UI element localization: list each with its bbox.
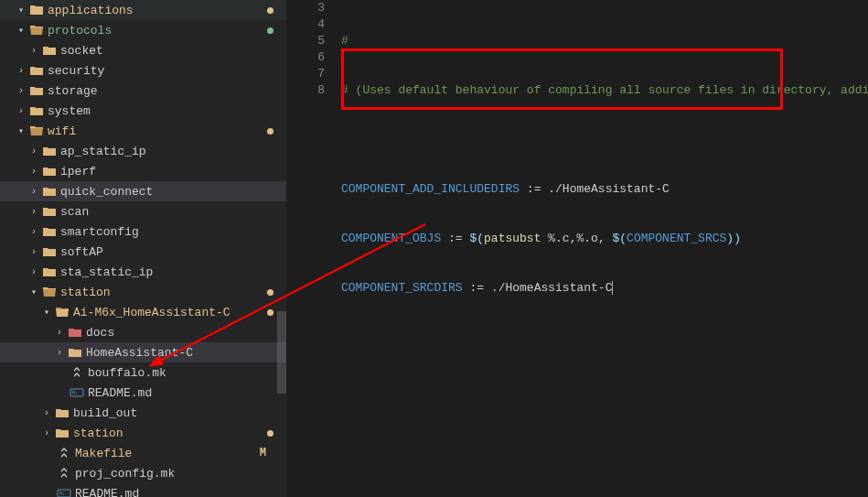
git-modified-dot [267,430,273,437]
code-text: := [441,232,469,245]
chevron-right-icon: › [15,106,27,116]
chevron-right-icon: › [27,207,40,217]
folder-ai-m6x[interactable]: ▾ Ai-M6x_HomeAssistant-C [0,302,286,322]
svg-text:M↓: M↓ [59,492,65,497]
folder-icon [55,426,70,440]
folder-protocols[interactable]: ▾ protocols [0,20,286,40]
file-bouffalo-mk[interactable]: bouffalo.mk [0,362,286,383]
chevron-right-icon: › [15,86,27,96]
git-modified-dot [267,309,273,316]
folder-docs[interactable]: › docs [0,322,286,342]
makefile-icon [57,466,71,481]
code-text: := ./HomeAssistant-C [463,281,613,295]
code-comment: # [341,34,348,48]
folder-label: softAP [60,245,103,259]
folder-quick-connect[interactable]: › quick_connect [0,181,286,201]
chevron-right-icon: › [27,187,40,197]
line-number: 4 [286,16,325,33]
folder-icon [42,224,57,239]
folder-label: storage [48,84,98,98]
code-text: ) [726,232,734,245]
folder-label: station [60,286,111,299]
chevron-right-icon: › [27,227,40,237]
folder-scan[interactable]: › scan [0,201,286,221]
folder-applications[interactable]: ▾ applications [0,0,286,20]
folder-label: scan [60,205,89,219]
folder-wifi[interactable]: ▾ wifi [0,121,286,141]
folder-softap[interactable]: › softAP [0,242,286,262]
markdown-icon: M↓ [70,385,84,400]
folder-socket[interactable]: › socket [0,40,286,60]
folder-label: build_out [73,406,137,420]
line-number: 8 [286,82,325,99]
code-func: $( [612,232,627,245]
chevron-down-icon: ▾ [27,286,40,297]
line-number: 7 [286,66,325,82]
file-readme-md[interactable]: M↓ README.md [0,383,286,403]
folder-icon [42,244,57,259]
file-explorer[interactable]: ▾ applications ▾ protocols › socket › se… [0,0,286,497]
folder-station-2[interactable]: › station [0,423,286,443]
chevron-right-icon: › [27,247,40,257]
folder-label: system [48,104,91,118]
svg-text:M↓: M↓ [72,391,78,396]
folder-icon [29,63,44,78]
file-label: README.md [75,487,139,498]
folder-icon [42,265,57,279]
chevron-right-icon: › [27,167,40,177]
git-modified-badge: M [260,447,266,459]
file-proj-config-mk[interactable]: proj_config.mk [0,463,286,483]
code-text: ) [734,232,741,245]
folder-label: security [48,64,104,78]
folder-label: quick_connect [60,185,153,199]
folder-icon [42,184,57,199]
code-func: patsubst [484,232,541,245]
code-editor[interactable]: 3 4 5 6 7 8 # # (Uses default behaviour … [286,0,868,497]
folder-build-out[interactable]: › build_out [0,403,286,423]
text-cursor [612,281,613,295]
file-label: README.md [88,386,152,400]
folder-iperf[interactable]: › iperf [0,161,286,181]
folder-ap-static-ip[interactable]: › ap_static_ip [0,141,286,161]
chevron-down-icon: ▾ [40,307,53,318]
chevron-right-icon: › [27,146,40,157]
code-var: COMPONENT_SRCS [627,232,726,245]
folder-label: wifi [48,124,76,138]
folder-label: station [73,427,123,440]
docs-folder-icon [68,325,82,340]
markdown-icon: M↓ [57,486,71,497]
folder-homeassistant-c[interactable]: › HomeAssistant-C [0,342,286,362]
git-modified-dot [267,128,273,135]
line-number: 3 [286,0,325,16]
file-makefile[interactable]: Makefile M [0,443,286,463]
folder-label: protocols [48,24,112,38]
chevron-down-icon: ▾ [15,125,27,136]
folder-open-icon [55,305,70,319]
file-readme-md-2[interactable]: M↓ README.md [0,483,286,497]
code-comment: # (Uses default behaviour of compiling a… [341,83,868,97]
folder-icon [55,405,70,420]
folder-storage[interactable]: › storage [0,81,286,101]
chevron-right-icon: › [27,267,40,277]
chevron-down-icon: ▾ [15,5,27,16]
code-content[interactable]: # # (Uses default behaviour of compiling… [341,0,868,330]
folder-sta-static-ip[interactable]: › sta_static_ip [0,262,286,282]
chevron-right-icon: › [15,66,27,76]
folder-label: socket [60,44,103,58]
line-number: 5 [286,33,325,49]
line-gutter: 3 4 5 6 7 8 [286,0,341,99]
code-text: %.c,%.o, [541,232,612,245]
folder-label: Ai-M6x_HomeAssistant-C [73,306,230,319]
folder-icon [29,3,44,17]
folder-security[interactable]: › security [0,60,286,81]
folder-system[interactable]: › system [0,101,286,121]
folder-smartconfig[interactable]: › smartconfig [0,221,286,242]
folder-icon [42,204,57,219]
folder-open-icon [42,285,57,299]
git-untracked-dot [267,27,273,34]
code-var: COMPONENT_ADD_INCLUDEDIRS [341,182,520,196]
git-modified-dot [267,289,273,296]
scrollbar-thumb[interactable] [277,311,286,394]
chevron-right-icon: › [40,428,53,438]
folder-station[interactable]: ▾ station [0,282,286,302]
